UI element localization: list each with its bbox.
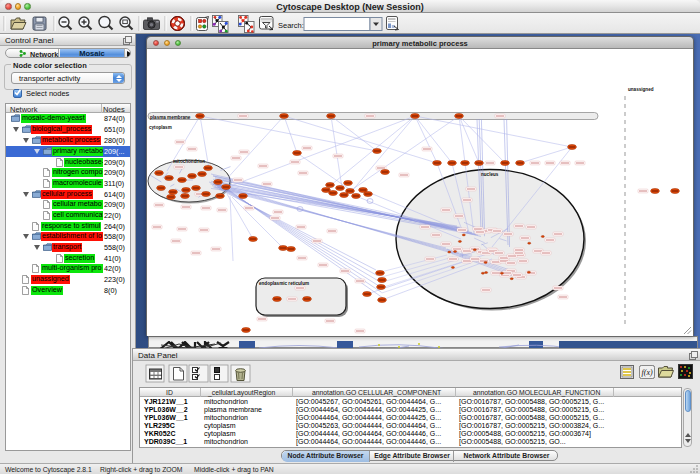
svg-text:plasma membrane: plasma membrane xyxy=(150,115,191,120)
svg-text:f(x): f(x) xyxy=(642,368,653,377)
svg-text:nucleus: nucleus xyxy=(481,172,499,177)
svg-text:mitochondrion: mitochondrion xyxy=(173,159,205,164)
svg-text:cytoplasm: cytoplasm xyxy=(149,125,172,130)
svg-text:Search:: Search: xyxy=(278,21,304,30)
svg-text:endoplasmic reticulum: endoplasmic reticulum xyxy=(259,281,309,286)
svg-text:unassigned: unassigned xyxy=(628,87,654,92)
